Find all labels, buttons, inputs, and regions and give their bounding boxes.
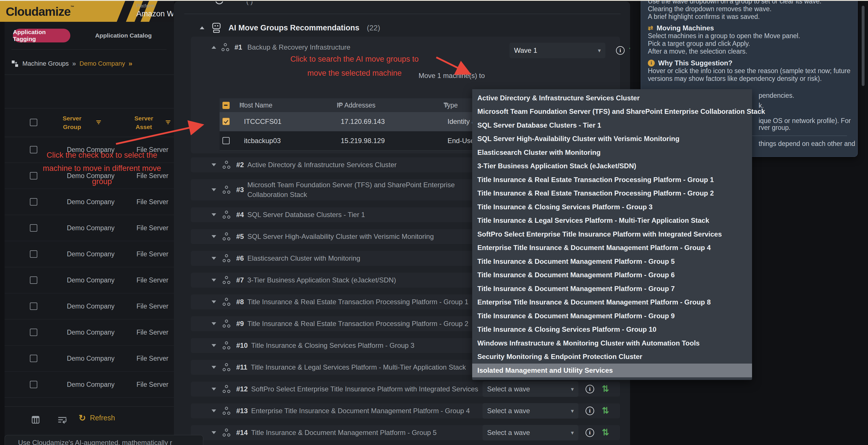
machine-group-row[interactable]: Demo Company File Server [5,163,174,189]
machine-checkbox[interactable] [222,118,229,125]
row-checkbox[interactable] [30,329,37,336]
move-group-option[interactable]: Title Insurance & Real Estate Transactio… [472,187,752,200]
indeterminate-checkbox[interactable] [222,102,229,109]
wave-select[interactable]: Select a wave ▾ [483,381,578,397]
machine-group-row[interactable]: Demo Company File Server [5,345,174,372]
swap-green-icon[interactable]: ⇅ [629,46,630,55]
move-group-option[interactable]: Title Insurance & Legal Services Platfor… [472,214,752,228]
chevron-down-icon[interactable] [212,213,216,216]
machine-group-row[interactable]: Demo Company File Server [5,372,174,398]
move-machines-label: Move 1 machine(s) to [404,72,485,80]
move-group-option[interactable]: Microsoft Team Foundation Server (TFS) a… [472,105,752,119]
move-group-option[interactable]: Security Monitoring & Endpoint Protectio… [472,350,752,364]
move-group-option[interactable]: Title Insurance & Real Estate Transactio… [472,173,752,187]
move-group-option[interactable]: Isolated Management and Utility Services [472,364,752,377]
move-group-option[interactable]: Enterprise Title Insurance & Document Ma… [472,296,752,309]
row-checkbox[interactable] [30,250,37,258]
breadcrumb-demo-company[interactable]: Demo Company [80,60,125,67]
columns-icon[interactable] [31,415,40,424]
select-all-checkbox[interactable] [30,119,37,126]
info-icon[interactable]: i [616,46,625,55]
chevron-down-icon[interactable] [212,257,216,260]
column-server-asset[interactable]: Server Asset [127,114,161,131]
column-server-group[interactable]: Server Group [55,114,89,131]
platform-value[interactable]: Amazon We [136,9,173,19]
move-group-option[interactable]: Title Insurance & Document Management Pl… [472,309,752,323]
collapse-icon[interactable] [212,46,216,49]
move-group-option[interactable]: SQL Server Database Clusters - Tier 1 [472,118,752,132]
ai-move-groups-header[interactable]: AI Move Groups Recommendations (22) [200,19,616,36]
move-group-row[interactable]: #14 Title Insurance & Document Managemen… [191,425,620,440]
move-group-option[interactable]: Title Insurance & Closing Services Platf… [472,200,752,214]
machine-group-row[interactable]: Demo Company File Server [5,267,174,293]
host-name-cell: itcbackup03 [244,137,281,145]
machine-group-row[interactable]: Demo Company File Server [5,319,174,345]
tab-application-catalog[interactable]: Application Catalog [78,29,169,42]
scrollbar-thumb[interactable] [862,6,865,86]
move-list-icon[interactable] [57,415,67,424]
row-checkbox[interactable] [30,276,37,284]
move-group-option[interactable]: Title Insurance & Document Management Pl… [472,268,752,282]
wave-select[interactable]: Select a wave ▾ [483,425,578,440]
info-icon[interactable]: i [586,407,594,415]
move-group-option[interactable]: Active Directory & Infrastructure Servic… [472,91,752,105]
move-group-option[interactable]: Enterprise Title Insurance & Document Ma… [472,241,752,255]
chevron-down-icon[interactable] [212,344,216,347]
machine-group-row[interactable]: Demo Company File Server [5,137,174,163]
collapse-icon[interactable] [200,26,205,29]
move-group-option[interactable]: Title Insurance & Document Management Pl… [472,282,752,296]
swap-green-icon[interactable]: ⇅ [602,406,609,415]
move-group-option[interactable]: SoftPro Select Enterprise Title Insuranc… [472,227,752,241]
filter-icon[interactable] [337,103,342,107]
row-checkbox[interactable] [30,303,37,310]
machine-group-row[interactable]: Demo Company File Server [5,215,174,241]
move-group-option[interactable]: Title Insurance & Closing Services Platf… [472,323,752,337]
filter-icon[interactable] [165,121,170,125]
machine-group-row[interactable]: Demo Company File Server [5,293,174,319]
chevron-down-icon[interactable] [212,235,216,238]
row-checkbox[interactable] [30,172,37,179]
swap-green-icon[interactable]: ⇅ [602,428,609,437]
tab-application-tagging[interactable]: Application Tagging [13,29,70,42]
machine-checkbox[interactable] [222,137,229,144]
chevron-down-icon[interactable] [212,388,216,390]
wave-select[interactable]: Select a wave ▾ [483,403,578,419]
breadcrumb-machine-groups[interactable]: Machine Groups [22,60,69,67]
move-group-option[interactable]: Windows Infrastructure & Monitoring Clus… [472,336,752,350]
group-label: Title Insurance & Closing Services Platf… [251,341,414,349]
column-ip-addresses[interactable]: IP Addresses [337,102,375,109]
server-asset-cell: File Server [131,163,174,189]
chevron-down-icon[interactable] [212,409,216,412]
info-icon[interactable]: i [586,385,594,393]
section-count: (22) [367,24,380,32]
wave-select[interactable]: Wave 1 ▾ [509,43,606,58]
row-checkbox[interactable] [30,146,37,153]
move-group-option[interactable]: SQL Server High-Availability Cluster wit… [472,132,752,146]
move-group-row[interactable]: #12 SoftPro Select Enterprise Title Insu… [191,382,620,397]
filter-icon[interactable] [96,121,101,125]
chevron-down-icon[interactable] [212,279,216,281]
filter-icon[interactable] [443,103,448,107]
move-group-option[interactable]: Elasticsearch Cluster with Monitoring [472,146,752,160]
chevron-down-icon[interactable] [212,431,216,434]
move-group-option[interactable]: Title Insurance & Document Management Pl… [472,254,752,268]
row-checkbox[interactable] [30,381,37,388]
info-icon[interactable]: i [586,429,594,437]
chevron-down-icon[interactable] [212,366,216,369]
cloudamize-logo[interactable]: Cloudamize™ [6,5,74,19]
group-1-header[interactable]: #1 Backup & Recovery Infrastructure [212,43,350,52]
row-checkbox[interactable] [30,198,37,206]
move-group-option[interactable]: 3-Tier Business Application Stack (eJack… [472,160,752,173]
refresh-button[interactable]: ↻ Refresh [79,413,115,423]
chevron-down-icon[interactable] [212,164,216,166]
chevron-down-icon[interactable] [212,301,216,303]
machine-group-row[interactable]: Demo Company File Server [5,189,174,215]
move-group-row[interactable]: #13 Enterprise Title Insurance & Documen… [191,403,620,418]
machine-group-row[interactable]: Demo Company File Server [5,241,174,267]
row-checkbox[interactable] [30,224,37,232]
chevron-down-icon[interactable] [212,322,216,325]
row-checkbox[interactable] [30,355,37,362]
swap-green-icon[interactable]: ⇅ [602,384,609,393]
filter-icon[interactable] [239,103,245,107]
chevron-down-icon[interactable] [212,189,216,191]
